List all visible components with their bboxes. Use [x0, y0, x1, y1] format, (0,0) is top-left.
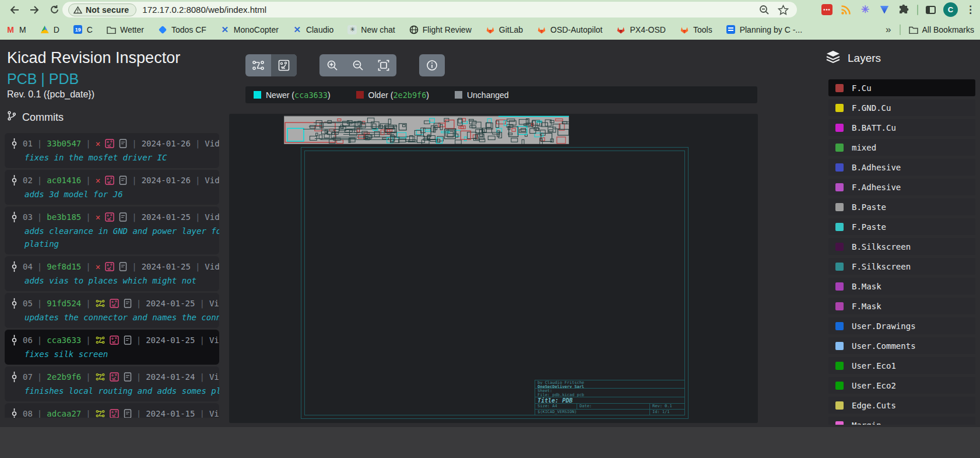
- pcb-layout-icon[interactable]: [105, 262, 114, 271]
- zoom-fit-button[interactable]: [371, 54, 396, 76]
- forward-button[interactable]: [24, 2, 44, 18]
- schematic-doc-icon[interactable]: [119, 176, 127, 185]
- commit-hash[interactable]: adcaa27: [47, 409, 81, 418]
- commit-card[interactable]: 05 | 91fd524 | | 2024-01-25 | Vidit Kat …: [5, 293, 219, 328]
- pcb-layout-icon[interactable]: [110, 372, 119, 382]
- title-block-sheet: Sheet:: [535, 389, 684, 393]
- bookmark-item[interactable]: Tools: [680, 25, 712, 34]
- layer-row[interactable]: F.Cu: [828, 79, 975, 96]
- browser-menu-icon[interactable]: ⋮: [965, 4, 975, 16]
- layer-row[interactable]: F.Silkscreen: [828, 258, 975, 275]
- schematic-doc-icon[interactable]: [119, 139, 127, 148]
- layer-row[interactable]: B.Mask: [828, 278, 975, 295]
- back-button[interactable]: [5, 2, 24, 18]
- pcb-layout-icon[interactable]: [105, 212, 114, 222]
- schematic-doc-icon[interactable]: [124, 299, 132, 308]
- commit-card[interactable]: 02 | ac01416 | ✕ | 2024-01-26 | Vidit Ka…: [5, 170, 219, 205]
- pcb-layout-icon[interactable]: [110, 335, 119, 345]
- zoom-out-button[interactable]: [345, 54, 371, 76]
- info-button[interactable]: [419, 54, 445, 76]
- bookmark-item[interactable]: Todos CF: [158, 25, 206, 34]
- commit-hash[interactable]: 91fd524: [47, 299, 81, 308]
- bookmark-item[interactable]: 19 C: [73, 25, 93, 34]
- diff-view-button[interactable]: [245, 54, 271, 76]
- url-bar[interactable]: Not secure 172.17.0.2:8080/web/index.htm…: [62, 2, 797, 18]
- layer-row[interactable]: B.Adhesive: [828, 159, 975, 176]
- zoom-page-icon[interactable]: [759, 5, 770, 15]
- bookmark-item[interactable]: Wetter: [107, 25, 144, 34]
- layer-row[interactable]: B.BATT.Cu: [828, 119, 975, 136]
- info-toolbar-group: [419, 54, 445, 76]
- layer-row[interactable]: mixed: [828, 139, 975, 156]
- bookmark-item[interactable]: GitLab: [486, 25, 523, 34]
- pdb-link[interactable]: PDB: [49, 71, 79, 87]
- commit-hash[interactable]: 33b0547: [47, 139, 81, 148]
- commit-hash[interactable]: 9ef8d15: [47, 262, 81, 271]
- reload-button[interactable]: [44, 2, 64, 18]
- pcb-layout-icon[interactable]: [105, 176, 114, 185]
- schematic-doc-icon[interactable]: [124, 335, 132, 345]
- pcb-link[interactable]: PCB: [7, 71, 37, 87]
- commit-hash[interactable]: ac01416: [47, 176, 81, 185]
- schematic-doc-icon[interactable]: [119, 262, 127, 271]
- blue-doc-icon: [726, 25, 735, 34]
- bookmark-label: Planning by C -...: [740, 25, 802, 34]
- all-bookmarks-button[interactable]: All Bookmarks: [909, 25, 974, 34]
- layer-row[interactable]: F.Adhesive: [828, 179, 975, 195]
- commit-card[interactable]: 03 | be3b185 | ✕ | 2024-01-25 | Vidit Ka…: [5, 207, 219, 254]
- pcb-layout-icon[interactable]: [110, 409, 119, 418]
- layer-row[interactable]: Margin: [828, 417, 975, 425]
- commit-card[interactable]: 07 | 2e2b9f6 | | 2024-01-24 | Vidit Kat …: [5, 366, 219, 401]
- commit-hash[interactable]: cca3633: [47, 335, 81, 345]
- bookmark-item[interactable]: OSD-Autopilot: [537, 25, 602, 34]
- schematic-doc-icon[interactable]: [124, 409, 132, 418]
- commit-hash[interactable]: 2e2b9f6: [47, 372, 81, 382]
- pcb-canvas[interactable]: by Claudio Fritsche OneSecDelivery Sarl …: [229, 114, 758, 423]
- layer-row[interactable]: F.Mask: [828, 298, 975, 314]
- layer-color-swatch: [835, 302, 844, 310]
- bookmark-item[interactable]: D: [40, 25, 59, 34]
- layer-row[interactable]: User.Eco2: [828, 377, 975, 394]
- layer-row[interactable]: User.Comments: [828, 337, 975, 354]
- bookmark-item[interactable]: ✕ Claudio: [293, 25, 333, 34]
- rss-extension-icon[interactable]: [840, 4, 852, 16]
- layer-row[interactable]: B.Silkscreen: [828, 238, 975, 255]
- commit-card[interactable]: 01 | 33b0547 | ✕ | 2024-01-26 | Vidit Ka…: [5, 133, 219, 168]
- url-text[interactable]: 172.17.0.2:8080/web/index.html: [142, 5, 759, 15]
- bookmark-item[interactable]: Flight Review: [409, 25, 472, 34]
- layer-row[interactable]: B.Paste: [828, 198, 975, 215]
- board-view-button[interactable]: [271, 54, 297, 76]
- zoom-in-button[interactable]: [319, 54, 345, 76]
- bookmark-star-icon[interactable]: [778, 5, 789, 15]
- pcb-layout-icon[interactable]: [110, 299, 119, 308]
- commit-hash[interactable]: be3b185: [47, 212, 81, 222]
- layer-row[interactable]: F.GND.Cu: [828, 99, 975, 116]
- pcb-layout-icon[interactable]: [105, 139, 114, 148]
- snowflake-extension-icon[interactable]: ✳: [859, 4, 871, 16]
- password-manager-extension-icon[interactable]: •••: [821, 4, 833, 15]
- layer-row[interactable]: User.Drawings: [828, 317, 975, 334]
- bookmark-item[interactable]: Planning by C -...: [726, 25, 802, 34]
- profile-avatar[interactable]: C: [943, 2, 958, 17]
- commit-card[interactable]: 04 | 9ef8d15 | ✕ | 2024-01-25 | Vidit Ka…: [5, 256, 219, 291]
- layer-row[interactable]: User.Eco1: [828, 357, 975, 374]
- bookmark-item[interactable]: ✕ MonoCopter: [220, 25, 279, 34]
- layer-row[interactable]: Edge.Cuts: [828, 397, 975, 414]
- git-commit-icon: [10, 298, 18, 309]
- commit-card[interactable]: 08 | adcaa27 | | 2024-01-15 | Vidit Kat …: [5, 403, 219, 418]
- bookmarks-overflow-chevron[interactable]: »: [886, 24, 891, 36]
- bookmark-item[interactable]: M M: [6, 25, 26, 34]
- layer-row[interactable]: F.Paste: [828, 218, 975, 235]
- commits-header: Commits: [7, 111, 64, 124]
- bookmark-label: Wetter: [120, 25, 144, 34]
- bookmark-item[interactable]: PX4-OSD: [616, 25, 665, 34]
- schematic-doc-icon[interactable]: [124, 372, 132, 382]
- layer-name: F.Silkscreen: [852, 262, 911, 271]
- side-panel-icon[interactable]: [926, 6, 936, 14]
- vpn-extension-icon[interactable]: [879, 4, 890, 16]
- extensions-puzzle-icon[interactable]: [898, 4, 909, 16]
- security-badge[interactable]: Not secure: [68, 4, 136, 16]
- schematic-doc-icon[interactable]: [119, 212, 127, 222]
- bookmark-item[interactable]: ✳ New chat: [347, 25, 395, 34]
- commit-card[interactable]: 06 | cca3633 | | 2024-01-25 | Vidit Kat …: [5, 330, 219, 365]
